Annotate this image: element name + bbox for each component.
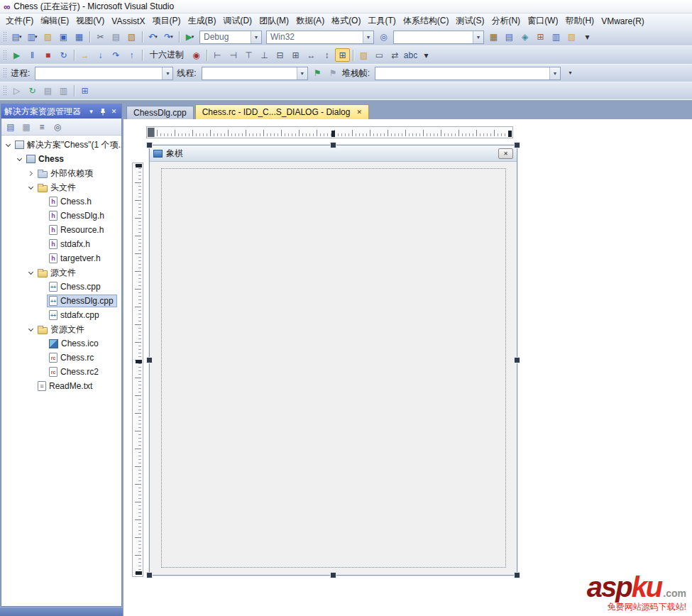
copy-icon[interactable]: ▤ bbox=[109, 31, 123, 44]
solution-explorer-icon[interactable]: ▦ bbox=[486, 31, 501, 44]
menu-item[interactable]: VMware(R) bbox=[598, 15, 648, 28]
tree-item[interactable]: ++stdafx.cpp bbox=[1, 308, 121, 322]
show-next-statement-icon[interactable]: → bbox=[77, 48, 92, 62]
window-layout-icon[interactable]: ⊞ bbox=[77, 84, 92, 98]
tree-item[interactable]: Chess.ico bbox=[1, 336, 121, 351]
thread-combobox[interactable]: ▼ bbox=[202, 67, 308, 80]
cut-icon[interactable]: ✂ bbox=[93, 31, 108, 44]
combo-dropdown-icon[interactable]: ▼ bbox=[297, 67, 307, 79]
toolbox-icon[interactable]: ⊞ bbox=[533, 31, 548, 44]
make-same-width-icon[interactable]: ↔ bbox=[304, 48, 319, 62]
command-window-icon[interactable]: ▥ bbox=[549, 31, 564, 44]
resize-handle-bottom-right[interactable] bbox=[515, 573, 520, 578]
tree-item[interactable]: 资源文件 bbox=[1, 322, 121, 336]
tree-expander-icon[interactable] bbox=[26, 268, 35, 277]
toolbar-options-icon[interactable]: ▾ bbox=[580, 31, 595, 44]
flag-threads-icon[interactable]: ⚑ bbox=[326, 67, 341, 80]
save-icon[interactable]: ▣ bbox=[56, 31, 71, 44]
combo-dropdown-icon[interactable]: ▼ bbox=[251, 31, 261, 43]
breakpoints-window-icon[interactable]: ◉ bbox=[189, 48, 204, 62]
tree-item[interactable]: 源文件 bbox=[1, 265, 121, 280]
tree-item[interactable]: ++Chess.cpp bbox=[1, 280, 121, 294]
close-icon[interactable]: ✕ bbox=[109, 106, 119, 116]
dialog-titlebar[interactable]: 象棋 ✕ bbox=[150, 145, 517, 162]
tree-item[interactable]: rcChess.rc2 bbox=[1, 365, 121, 379]
browse-forward-icon[interactable]: ▷ bbox=[9, 84, 24, 98]
solution-platform-combobox[interactable]: Win32 ▼ bbox=[266, 31, 374, 44]
toolbar-grip[interactable] bbox=[3, 85, 6, 97]
hex-display-button[interactable]: 十六进制 bbox=[145, 48, 188, 62]
solution-explorer-header[interactable]: 解决方案资源管理器 ▾ ✕ bbox=[1, 104, 121, 119]
menu-item[interactable]: 格式(O) bbox=[328, 13, 364, 28]
toolbar-grip[interactable] bbox=[3, 50, 6, 61]
start-debugging-icon[interactable]: ▶▾ bbox=[182, 31, 197, 44]
search-icon[interactable]: ◎ bbox=[50, 121, 65, 133]
menu-item[interactable]: 文件(F) bbox=[2, 13, 37, 28]
window-position-icon[interactable]: ▾ bbox=[87, 106, 96, 116]
menu-item[interactable]: 调试(D) bbox=[219, 13, 256, 28]
paste-icon[interactable]: ▧ bbox=[124, 31, 139, 44]
dialog-close-button[interactable]: ✕ bbox=[498, 148, 513, 159]
test-dialog-icon[interactable]: ▭ bbox=[372, 48, 387, 62]
resize-handle-bottom-left[interactable] bbox=[147, 573, 152, 578]
align-rights-icon[interactable]: ⊣ bbox=[226, 48, 241, 62]
new-project-icon[interactable]: ▤▾ bbox=[9, 31, 24, 44]
align-lefts-icon[interactable]: ⊢ bbox=[210, 48, 225, 62]
menu-item[interactable]: 体系结构(C) bbox=[400, 13, 453, 28]
show-threads-flag-icon[interactable]: ⚑ bbox=[310, 67, 325, 80]
tree-item[interactable]: rcChess.rc bbox=[1, 351, 121, 365]
tree-item[interactable]: hChess.h bbox=[1, 194, 121, 209]
dialog-designer-surface[interactable]: 象棋 ✕ asp ku .com bbox=[123, 119, 692, 616]
redo-icon[interactable]: ↷▾ bbox=[161, 31, 176, 44]
tree-expander-icon[interactable] bbox=[3, 140, 13, 150]
menu-item[interactable]: 视图(V) bbox=[72, 13, 108, 28]
document-tab[interactable]: ChessDlg.cpp bbox=[126, 106, 194, 119]
tree-item[interactable]: hChessDlg.h bbox=[1, 209, 121, 223]
restart-icon[interactable]: ↻ bbox=[56, 48, 71, 62]
open-file-icon[interactable]: ▨ bbox=[40, 31, 55, 44]
tree-item[interactable]: ++ChessDlg.cpp bbox=[1, 294, 121, 308]
step-into-icon[interactable]: ↓ bbox=[93, 48, 108, 62]
extension-icon[interactable]: ▨ bbox=[564, 31, 579, 44]
menu-item[interactable]: 工具(T) bbox=[364, 13, 399, 28]
solution-configuration-combobox[interactable]: Debug ▼ bbox=[199, 31, 262, 44]
tab-close-icon[interactable]: ✕ bbox=[356, 109, 362, 116]
tree-item[interactable]: hResource.h bbox=[1, 223, 121, 237]
document-tab[interactable]: Chess.rc - IDD_C...S_DIALOG - Dialog✕ bbox=[195, 104, 369, 119]
properties-window-icon[interactable]: ▤ bbox=[502, 31, 517, 44]
stack-frame-combobox[interactable]: ▼ bbox=[375, 67, 561, 80]
tree-expander-icon[interactable] bbox=[14, 154, 24, 164]
dialog-client-area[interactable] bbox=[161, 168, 506, 568]
step-out-icon[interactable]: ↑ bbox=[124, 48, 139, 62]
resize-handle-top-center[interactable] bbox=[331, 143, 336, 148]
toolbar-grip[interactable] bbox=[3, 31, 6, 43]
resize-handle-bottom-center[interactable] bbox=[331, 573, 336, 578]
align-tops-icon[interactable]: ⊤ bbox=[241, 48, 256, 62]
menu-item[interactable]: 分析(N) bbox=[488, 13, 524, 28]
spell-check-icon[interactable]: abc bbox=[403, 48, 418, 62]
process-combobox[interactable]: ▼ bbox=[35, 67, 173, 80]
tree-item[interactable]: htargetver.h bbox=[1, 251, 121, 265]
center-horizontal-icon[interactable]: ⊟ bbox=[273, 48, 287, 62]
tree-expander-icon[interactable] bbox=[26, 182, 35, 192]
continue-icon[interactable]: ▶ bbox=[9, 48, 24, 62]
menu-item[interactable]: 项目(P) bbox=[148, 13, 184, 28]
menu-item[interactable]: 编辑(E) bbox=[37, 13, 72, 28]
tree-item[interactable]: 外部依赖项 bbox=[1, 166, 121, 180]
stop-debugging-icon[interactable]: ■ bbox=[40, 48, 55, 62]
break-all-icon[interactable]: ‖ bbox=[25, 48, 40, 62]
save-all-icon[interactable]: ▦ bbox=[72, 31, 87, 44]
find-combobox[interactable]: ▼ bbox=[393, 31, 484, 44]
tree-expander-icon[interactable] bbox=[26, 324, 35, 334]
properties-icon[interactable]: ▤ bbox=[4, 121, 18, 133]
combo-dropdown-icon[interactable]: ▼ bbox=[162, 67, 172, 79]
toolbar-options-icon[interactable]: ▾ bbox=[419, 48, 434, 62]
resize-handle-top-left[interactable] bbox=[147, 143, 152, 148]
object-browser-icon[interactable]: ◈ bbox=[517, 31, 532, 44]
copy-icon-2[interactable]: ▤ bbox=[40, 84, 55, 98]
menu-item[interactable]: 数据(A) bbox=[292, 13, 328, 28]
menu-item[interactable]: 生成(B) bbox=[184, 13, 219, 28]
view-code-icon[interactable]: ≡ bbox=[35, 121, 49, 133]
tree-item[interactable]: 解决方案"Chess"(1 个项... bbox=[1, 138, 121, 152]
tab-order-icon[interactable]: ⇄ bbox=[388, 48, 402, 62]
